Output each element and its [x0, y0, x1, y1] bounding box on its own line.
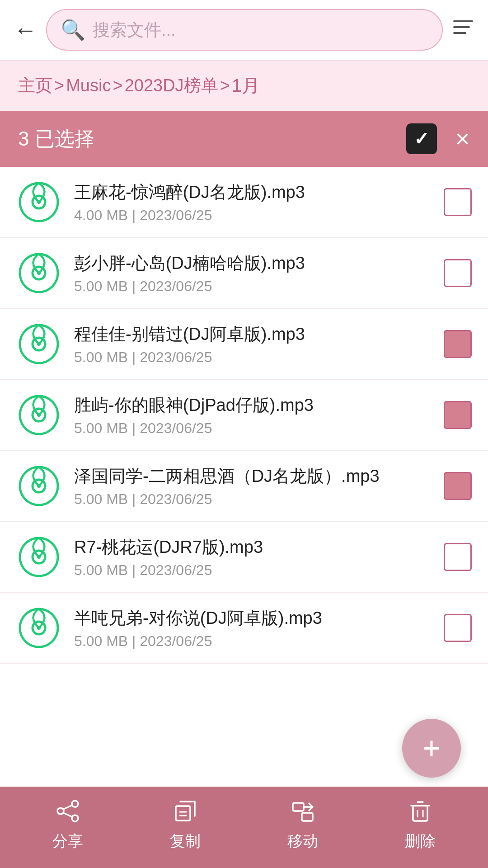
svg-rect-35: [413, 806, 427, 821]
svg-rect-33: [293, 803, 304, 811]
search-icon: 🔍: [61, 18, 85, 42]
select-all-button[interactable]: [406, 123, 437, 154]
svg-rect-29: [176, 806, 190, 821]
breadcrumb-music[interactable]: Music: [66, 76, 111, 95]
file-checkbox-5[interactable]: [444, 543, 472, 571]
file-info: 半吨兄弟-对你说(DJ阿卓版).mp35.00 MB | 2023/06/25: [74, 606, 431, 650]
toolbar-share[interactable]: 分享: [52, 799, 83, 852]
file-item-5[interactable]: R7-桃花运(DJR7版).mp35.00 MB | 2023/06/25: [0, 522, 488, 593]
back-button[interactable]: ←: [14, 18, 37, 42]
file-meta: 4.00 MB | 2023/06/25: [74, 207, 431, 224]
breadcrumb: 主页 > Music > 2023DJ榜单 > 1月: [0, 61, 488, 111]
file-meta: 5.00 MB | 2023/06/25: [74, 633, 431, 650]
file-list: 王麻花-惊鸿醉(DJ名龙版).mp34.00 MB | 2023/06/25 彭…: [0, 167, 488, 664]
file-name: 胜屿-你的眼神(DjPad仔版).mp3: [74, 393, 431, 417]
delete-icon: [408, 799, 432, 826]
music-file-icon: [16, 605, 61, 651]
music-file-icon: [16, 179, 61, 225]
file-name: 彭小胖-心岛(DJ楠哈哈版).mp3: [74, 251, 431, 275]
file-name: 王麻花-惊鸿醉(DJ名龙版).mp3: [74, 180, 431, 204]
header: ← 🔍: [0, 0, 488, 61]
file-checkbox-2[interactable]: [444, 330, 472, 358]
file-name: 半吨兄弟-对你说(DJ阿卓版).mp3: [74, 606, 431, 630]
breadcrumb-current: 1月: [232, 73, 260, 98]
selection-actions: ×: [406, 123, 470, 154]
selection-count: 3 已选择: [18, 126, 94, 152]
file-meta: 5.00 MB | 2023/06/25: [74, 278, 431, 295]
file-meta: 5.00 MB | 2023/06/25: [74, 562, 431, 579]
file-checkbox-4[interactable]: [444, 472, 472, 500]
svg-point-24: [57, 808, 64, 814]
toolbar-delete[interactable]: 删除: [405, 799, 436, 852]
move-label: 移动: [287, 831, 318, 852]
sort-button[interactable]: [452, 16, 474, 44]
file-info: 王麻花-惊鸿醉(DJ名龙版).mp34.00 MB | 2023/06/25: [74, 180, 431, 224]
selection-bar: 3 已选择 ×: [0, 111, 488, 167]
file-name: 泽国同学-二两相思酒（DJ名龙版）.mp3: [74, 464, 431, 488]
toolbar-copy[interactable]: 复制: [170, 799, 201, 852]
file-meta: 5.00 MB | 2023/06/25: [74, 491, 431, 508]
music-file-icon: [16, 463, 61, 509]
share-label: 分享: [52, 831, 83, 852]
share-icon: [56, 799, 80, 826]
file-info: 彭小胖-心岛(DJ楠哈哈版).mp35.00 MB | 2023/06/25: [74, 251, 431, 295]
music-file-icon: [16, 392, 61, 438]
file-info: 胜屿-你的眼神(DjPad仔版).mp35.00 MB | 2023/06/25: [74, 393, 431, 437]
search-input[interactable]: [93, 20, 428, 40]
file-item-6[interactable]: 半吨兄弟-对你说(DJ阿卓版).mp35.00 MB | 2023/06/25: [0, 593, 488, 664]
music-file-icon: [16, 321, 61, 367]
svg-line-28: [63, 813, 72, 817]
file-item-1[interactable]: 彭小胖-心岛(DJ楠哈哈版).mp35.00 MB | 2023/06/25: [0, 238, 488, 309]
svg-rect-34: [302, 813, 313, 821]
file-item-2[interactable]: 程佳佳-别错过(DJ阿卓版).mp35.00 MB | 2023/06/25: [0, 309, 488, 380]
svg-point-25: [72, 801, 78, 807]
fab-button[interactable]: +: [402, 719, 461, 778]
file-info: R7-桃花运(DJR7版).mp35.00 MB | 2023/06/25: [74, 535, 431, 579]
file-item-0[interactable]: 王麻花-惊鸿醉(DJ名龙版).mp34.00 MB | 2023/06/25: [0, 167, 488, 238]
move-icon: [291, 799, 314, 826]
file-checkbox-0[interactable]: [444, 188, 472, 216]
music-file-icon: [16, 534, 61, 580]
breadcrumb-dj[interactable]: 2023DJ榜单: [125, 74, 218, 97]
svg-line-27: [63, 805, 72, 809]
file-name: R7-桃花运(DJR7版).mp3: [74, 535, 431, 559]
breadcrumb-home[interactable]: 主页: [18, 74, 52, 97]
file-item-3[interactable]: 胜屿-你的眼神(DjPad仔版).mp35.00 MB | 2023/06/25: [0, 380, 488, 451]
svg-rect-32: [293, 803, 304, 811]
file-name: 程佳佳-别错过(DJ阿卓版).mp3: [74, 322, 431, 346]
copy-icon: [174, 799, 197, 826]
deselect-all-button[interactable]: ×: [455, 126, 470, 151]
file-checkbox-3[interactable]: [444, 401, 472, 429]
file-info: 程佳佳-别错过(DJ阿卓版).mp35.00 MB | 2023/06/25: [74, 322, 431, 366]
bottom-toolbar: 分享 复制 移动: [0, 787, 488, 868]
file-item-4[interactable]: 泽国同学-二两相思酒（DJ名龙版）.mp35.00 MB | 2023/06/2…: [0, 451, 488, 522]
copy-label: 复制: [170, 831, 201, 852]
file-info: 泽国同学-二两相思酒（DJ名龙版）.mp35.00 MB | 2023/06/2…: [74, 464, 431, 508]
search-bar[interactable]: 🔍: [46, 9, 443, 51]
file-checkbox-6[interactable]: [444, 614, 472, 642]
music-file-icon: [16, 250, 61, 296]
file-meta: 5.00 MB | 2023/06/25: [74, 420, 431, 437]
toolbar-move[interactable]: 移动: [287, 799, 318, 852]
svg-point-26: [72, 815, 78, 821]
delete-label: 删除: [405, 831, 436, 852]
file-checkbox-1[interactable]: [444, 259, 472, 287]
file-meta: 5.00 MB | 2023/06/25: [74, 349, 431, 366]
